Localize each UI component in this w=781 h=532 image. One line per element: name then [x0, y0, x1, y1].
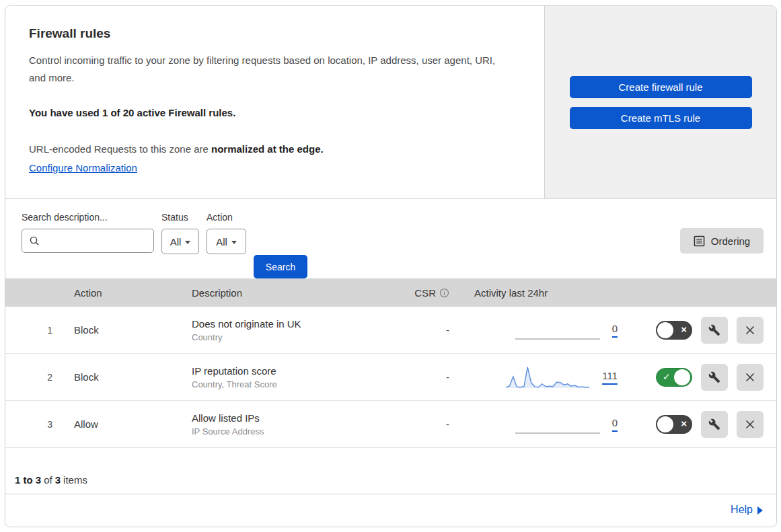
toggle-state-icon: ×	[681, 324, 687, 335]
close-icon	[745, 419, 755, 430]
action-dropdown-value: All	[216, 236, 227, 248]
intro-section: Firewall rules Control incoming traffic …	[5, 6, 776, 199]
delete-rule-button[interactable]	[737, 364, 764, 391]
usage-summary: You have used 1 of 20 active Firewall ru…	[29, 104, 517, 122]
status-label: Status	[161, 212, 199, 223]
activity-count-link[interactable]: 0	[612, 417, 618, 432]
header-action: Action	[62, 287, 188, 299]
header-csr-label: CSR	[414, 287, 436, 299]
action-label: Action	[207, 212, 246, 223]
firewall-rules-card: Firewall rules Control incoming traffic …	[5, 5, 777, 527]
rule-priority: 1	[5, 325, 62, 336]
rule-description: Allow listed IPs	[192, 412, 401, 424]
rule-action: Block	[62, 324, 188, 336]
enable-toggle[interactable]: ×	[656, 321, 692, 340]
wrench-icon	[708, 418, 720, 430]
activity-flatline	[515, 338, 600, 340]
delete-rule-button[interactable]	[737, 411, 764, 438]
activity-count-link[interactable]: 0	[612, 323, 618, 338]
rule-description: IP reputation score	[192, 365, 401, 377]
status-dropdown[interactable]: All	[161, 229, 199, 254]
rule-csr: -	[401, 371, 449, 383]
toggle-knob	[657, 322, 673, 338]
pagination-total: 3	[55, 474, 61, 486]
help-link[interactable]: Help	[731, 504, 763, 516]
filter-bar: Search description... Status All Action …	[5, 199, 776, 278]
status-dropdown-value: All	[170, 236, 182, 248]
rule-csr: -	[401, 418, 449, 430]
rule-csr: -	[401, 324, 449, 336]
cta-panel: Create firewall rule Create mTLS rule	[545, 6, 776, 198]
help-strip: Help	[5, 494, 776, 525]
enable-toggle[interactable]: ✓	[656, 368, 692, 387]
header-csr: CSR	[401, 287, 449, 299]
pagination-of: of	[44, 474, 52, 486]
ordering-button[interactable]: Ordering	[680, 228, 764, 254]
normalization-note: URL-encoded Requests to this zone are no…	[29, 141, 517, 158]
normalization-bold: normalized at the edge.	[211, 143, 324, 155]
intro-panel: Firewall rules Control incoming traffic …	[5, 6, 545, 198]
pagination-items-label: items	[63, 474, 87, 486]
close-icon	[745, 325, 755, 336]
ordering-button-label: Ordering	[711, 235, 750, 247]
ordering-list-icon	[694, 235, 705, 247]
rule-action: Allow	[62, 418, 188, 430]
close-icon	[745, 372, 755, 383]
table-row: 1 Block Does not originate in UK Country…	[5, 307, 776, 354]
rule-fields: Country, Threat Score	[192, 379, 401, 389]
help-label: Help	[731, 504, 753, 516]
chevron-down-icon	[231, 241, 237, 244]
search-input[interactable]	[22, 229, 154, 253]
table-header: Action Description CSR Activity last 24h…	[5, 278, 776, 307]
pagination-range: 1 to 3	[15, 474, 41, 486]
toggle-state-icon: ✓	[663, 371, 671, 382]
chevron-down-icon	[185, 241, 190, 244]
action-filter-group: Action All	[207, 212, 246, 254]
rule-priority: 2	[5, 372, 62, 383]
rule-action: Block	[62, 371, 188, 383]
rule-priority: 3	[5, 419, 62, 430]
toggle-state-icon: ×	[681, 418, 687, 429]
rule-fields: IP Source Address	[192, 426, 401, 436]
table-row: 3 Allow Allow listed IPs IP Source Addre…	[5, 401, 776, 448]
page-title: Firewall rules	[29, 26, 517, 41]
create-mtls-rule-button[interactable]: Create mTLS rule	[570, 107, 752, 129]
status-filter-group: Status All	[161, 212, 199, 254]
action-dropdown[interactable]: All	[207, 229, 246, 254]
search-button[interactable]: Search	[254, 255, 307, 278]
rule-fields: Country	[192, 332, 401, 342]
header-activity: Activity last 24hr	[449, 287, 626, 299]
header-description: Description	[188, 287, 401, 299]
search-icon	[29, 235, 40, 246]
edit-rule-button[interactable]	[701, 317, 728, 344]
info-icon[interactable]	[439, 288, 449, 298]
edit-rule-button[interactable]	[701, 411, 728, 438]
enable-toggle[interactable]: ×	[656, 415, 692, 434]
edit-rule-button[interactable]	[701, 364, 728, 391]
wrench-icon	[708, 324, 720, 336]
toggle-knob	[657, 416, 673, 432]
page-description: Control incoming traffic to your zone by…	[29, 52, 513, 87]
activity-count-link[interactable]: 111	[602, 370, 618, 385]
table-row: 2 Block IP reputation score Country, Thr…	[5, 354, 776, 401]
arrow-right-icon	[757, 506, 763, 515]
activity-sparkline	[505, 364, 590, 391]
normalization-prefix: URL-encoded Requests to this zone are	[29, 143, 211, 155]
delete-rule-button[interactable]	[737, 317, 764, 344]
pagination-summary: 1 to 3 of 3 items	[5, 448, 776, 494]
activity-flatline	[515, 432, 600, 434]
configure-normalization-link[interactable]: Configure Normalization	[29, 162, 137, 174]
search-group: Search description...	[22, 212, 154, 253]
search-label: Search description...	[22, 212, 154, 223]
toggle-knob	[674, 369, 690, 385]
rule-description: Does not originate in UK	[192, 318, 401, 330]
create-firewall-rule-button[interactable]: Create firewall rule	[570, 76, 752, 98]
wrench-icon	[708, 371, 720, 383]
